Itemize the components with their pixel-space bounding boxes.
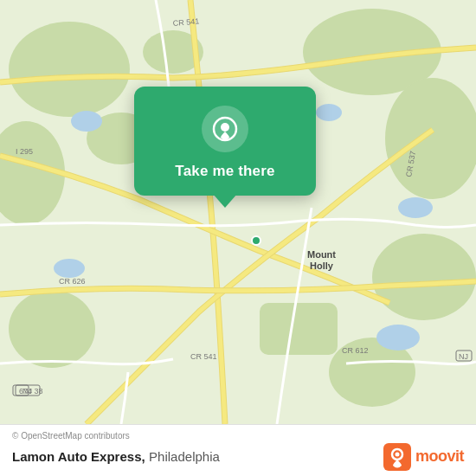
svg-point-14	[376, 325, 420, 351]
bottom-row: Lamon Auto Express, Philadelphia moovit	[12, 443, 464, 471]
svg-rect-10	[260, 303, 338, 355]
svg-text:CR 612: CR 612	[342, 346, 369, 355]
place-name: Lamon Auto Express,	[12, 449, 145, 464]
bottom-bar: © OpenStreetMap contributors Lamon Auto …	[0, 424, 476, 476]
svg-point-1	[9, 22, 130, 117]
location-icon-circle	[202, 106, 248, 152]
svg-text:Mount: Mount	[307, 249, 336, 260]
svg-text:CR 626: CR 626	[59, 277, 86, 286]
place-info: Lamon Auto Express, Philadelphia	[12, 449, 220, 465]
location-pin-icon	[212, 116, 238, 142]
map-area[interactable]: CR 541 CR 537 I 295 CR 626 CR 541 CR 612…	[0, 0, 476, 424]
svg-point-12	[316, 104, 342, 121]
place-city: Philadelphia	[149, 449, 220, 464]
svg-point-32	[221, 123, 229, 132]
svg-point-6	[372, 234, 476, 320]
svg-point-15	[54, 259, 85, 278]
take-me-there-button[interactable]: Take me there	[175, 163, 274, 180]
moovit-logo: moovit	[383, 443, 464, 471]
popup-card: Take me there	[134, 87, 316, 196]
svg-point-35	[395, 452, 399, 456]
svg-point-30	[252, 236, 261, 245]
moovit-brand-icon	[383, 443, 411, 471]
svg-text:NJ: NJ	[459, 352, 468, 361]
svg-point-11	[71, 111, 102, 132]
attribution-text: © OpenStreetMap contributors	[12, 431, 464, 441]
map-background: CR 541 CR 537 I 295 CR 626 CR 541 CR 612…	[0, 0, 476, 424]
svg-point-8	[9, 290, 95, 368]
svg-point-13	[398, 197, 433, 218]
svg-text:I 295: I 295	[16, 147, 33, 156]
svg-text:Holly: Holly	[310, 261, 334, 271]
svg-text:CR 541: CR 541	[190, 352, 217, 361]
svg-point-5	[385, 78, 476, 199]
moovit-text: moovit	[415, 447, 464, 466]
